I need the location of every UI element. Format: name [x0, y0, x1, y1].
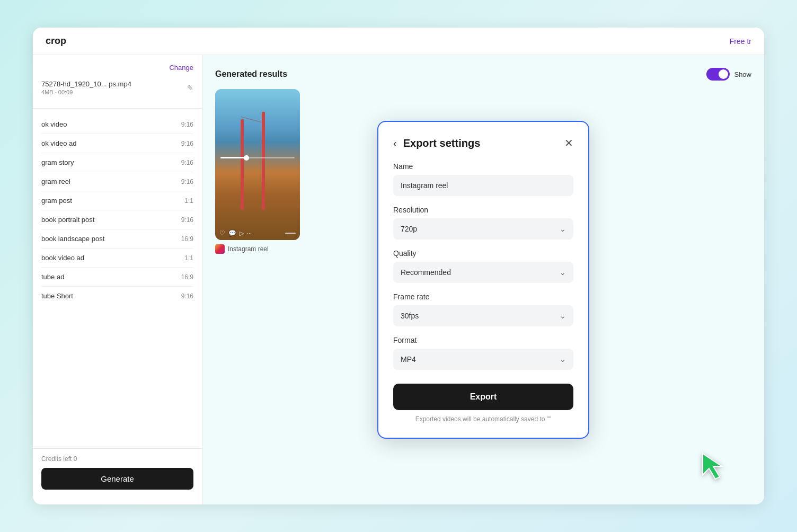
resolution-label: Resolution [393, 206, 573, 214]
export-button[interactable]: Export [393, 384, 573, 410]
credits-value: 0 [74, 455, 77, 463]
file-meta: 4MB · 00:09 [41, 89, 131, 95]
quality-field-group: Quality Recommended ⌄ [393, 249, 573, 283]
resolution-field-group: Resolution 720p ⌄ [393, 206, 573, 240]
list-item[interactable]: book portrait post 9:16 [41, 210, 193, 229]
name-field-group: Name [393, 162, 573, 196]
main-content: Change 75278-hd_1920_10... ps.mp4 4MB · … [33, 55, 764, 504]
change-link[interactable]: Change [169, 64, 193, 72]
export-settings-modal: ‹ Export settings ✕ Name Resolution [377, 121, 589, 439]
back-button[interactable]: ‹ [393, 137, 403, 149]
quality-select-wrapper: Recommended ⌄ [393, 262, 573, 283]
format-select[interactable]: MP4 [393, 349, 573, 370]
credits-label: Credits left 0 [41, 455, 77, 463]
framerate-select[interactable]: 30fps [393, 305, 573, 326]
list-item[interactable]: book landscape post 16:9 [41, 229, 193, 249]
format-select-wrapper: MP4 ⌄ [393, 349, 573, 370]
list-item[interactable]: gram post 1:1 [41, 191, 193, 210]
framerate-select-wrapper: 30fps ⌄ [393, 305, 573, 326]
export-note: Exported videos will be automatically sa… [393, 415, 573, 423]
framerate-field-group: Frame rate 30fps ⌄ [393, 292, 573, 326]
quality-select[interactable]: Recommended [393, 262, 573, 283]
app-container: crop Free tr Change 75278-hd_1920_10... … [33, 28, 764, 504]
sidebar: Change 75278-hd_1920_10... ps.mp4 4MB · … [33, 55, 202, 504]
page-title: crop [46, 36, 66, 47]
resolution-select[interactable]: 720p [393, 218, 573, 240]
right-panel: Generated results Show [202, 55, 764, 504]
credits-row: Credits left 0 [41, 455, 193, 463]
quality-label: Quality [393, 249, 573, 258]
name-input[interactable] [393, 175, 573, 196]
list-item[interactable]: gram reel 9:16 [41, 172, 193, 191]
modal-title: Export settings [403, 137, 564, 149]
modal-overlay: ‹ Export settings ✕ Name Resolution [202, 55, 764, 504]
top-bar: crop Free tr [33, 28, 764, 55]
framerate-label: Frame rate [393, 292, 573, 301]
list-item[interactable]: gram story 9:16 [41, 153, 193, 172]
sidebar-footer: Credits left 0 Generate [33, 448, 202, 496]
file-info: 75278-hd_1920_10... ps.mp4 4MB · 00:09 [41, 80, 131, 95]
sidebar-file-section: Change 75278-hd_1920_10... ps.mp4 4MB · … [33, 64, 202, 109]
edit-icon[interactable]: ✎ [187, 84, 193, 92]
format-field-group: Format MP4 ⌄ [393, 336, 573, 370]
name-label: Name [393, 162, 573, 171]
file-name: 75278-hd_1920_10... ps.mp4 [41, 80, 131, 88]
list-item[interactable]: tube ad 16:9 [41, 268, 193, 287]
generate-button[interactable]: Generate [41, 468, 193, 490]
list-item[interactable]: ok video ad 9:16 [41, 134, 193, 153]
sidebar-file-header: Change [41, 64, 193, 72]
format-label: Format [393, 336, 573, 344]
free-trial-link[interactable]: Free tr [730, 37, 751, 46]
file-item: 75278-hd_1920_10... ps.mp4 4MB · 00:09 ✎ [41, 76, 193, 100]
list-item[interactable]: tube Short 9:16 [41, 287, 193, 305]
list-item[interactable]: book video ad 1:1 [41, 249, 193, 268]
list-item[interactable]: ok video 9:16 [41, 115, 193, 134]
sidebar-list: ok video 9:16 ok video ad 9:16 gram stor… [33, 115, 202, 448]
close-button[interactable]: ✕ [564, 137, 573, 149]
svg-marker-0 [703, 454, 722, 479]
resolution-select-wrapper: 720p ⌄ [393, 218, 573, 240]
modal-header: ‹ Export settings ✕ [393, 137, 573, 149]
